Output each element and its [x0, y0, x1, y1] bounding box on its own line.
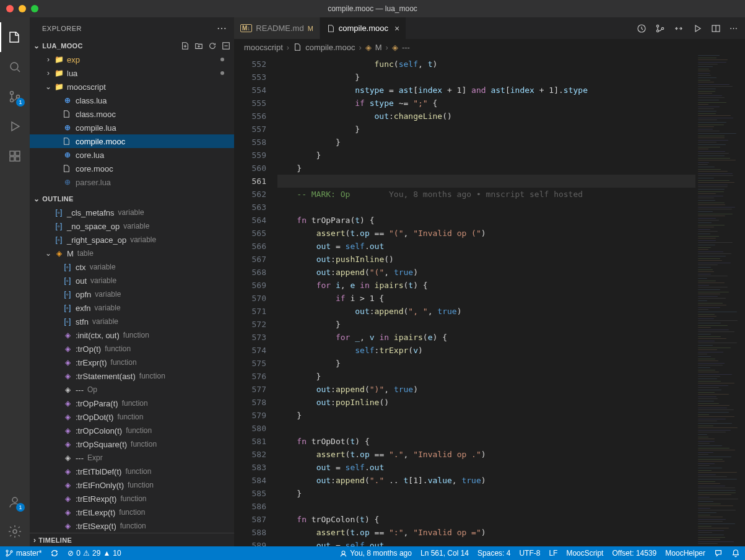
- tab-README-md[interactable]: M↓README.mdM: [234, 17, 320, 39]
- outline-section-header[interactable]: ⌄ OUTLINE: [30, 192, 234, 206]
- outline-item[interactable]: ◈:trOpSquare(t)function: [30, 437, 234, 451]
- outline-item[interactable]: ◈:trStatement(ast)function: [30, 369, 234, 383]
- outline-item[interactable]: [◦]outvariable: [30, 274, 234, 287]
- outline-item[interactable]: [◦]_no_space_opvariable: [30, 219, 234, 233]
- bell-icon[interactable]: [731, 549, 740, 558]
- maximize-window[interactable]: [31, 5, 38, 12]
- explorer-section-header[interactable]: ⌄ LUA_MOOC: [30, 39, 234, 53]
- encoding-status[interactable]: UTF-8: [519, 549, 540, 558]
- outline-item[interactable]: [◦]_cls_metafnsvariable: [30, 206, 234, 219]
- markdown-icon: M↓: [240, 24, 252, 32]
- outline-item[interactable]: ◈:trEtTblDef(t)function: [30, 465, 234, 478]
- offset-status[interactable]: Offset: 14539: [612, 549, 656, 558]
- outline-item[interactable]: ◈:trOpColon(t)function: [30, 424, 234, 437]
- explorer-icon[interactable]: [0, 22, 30, 52]
- window-title: compile.mooc — lua_mooc: [328, 4, 417, 13]
- crumb-folder[interactable]: moocscript: [244, 43, 283, 52]
- settings-icon[interactable]: [0, 517, 30, 546]
- new-file-icon[interactable]: [181, 42, 190, 50]
- namespace-icon: ◈: [392, 43, 398, 52]
- file-icon: [326, 24, 335, 33]
- outline-item[interactable]: ⌄◈Mtable: [30, 247, 234, 260]
- tree-item-compile-lua[interactable]: ⊕compile.lua: [30, 121, 234, 134]
- collapse-icon[interactable]: [222, 42, 230, 50]
- new-folder-icon[interactable]: [194, 42, 203, 50]
- timeline-nav-icon[interactable]: [637, 24, 647, 33]
- eol-status[interactable]: LF: [549, 549, 557, 558]
- outline-item[interactable]: [◦]stfnvariable: [30, 315, 234, 328]
- outline-item[interactable]: ◈:trOp(t)function: [30, 342, 234, 356]
- tab-more-icon[interactable]: ⋯: [730, 24, 738, 33]
- svg-point-1: [11, 92, 14, 95]
- language-status[interactable]: MoocScript: [566, 549, 603, 558]
- run-icon[interactable]: [692, 24, 702, 33]
- outline-item[interactable]: ◈:trOpDot(t)function: [30, 410, 234, 424]
- svg-point-9: [13, 530, 17, 533]
- chevron-down-icon: ⌄: [33, 195, 40, 203]
- tree-item-exp[interactable]: ›📁exp: [30, 53, 234, 66]
- outline-item[interactable]: [◦]opfnvariable: [30, 287, 234, 301]
- scm-badge: 1: [16, 98, 25, 107]
- split-icon[interactable]: [711, 24, 721, 33]
- outline-item[interactable]: [◦]_right_space_opvariable: [30, 233, 234, 247]
- svg-point-13: [656, 30, 658, 32]
- code-content[interactable]: func(self, t) } nstype = ast[index + 1] …: [277, 55, 695, 546]
- outline-item[interactable]: [◦]ctxvariable: [30, 260, 234, 274]
- cursor-status[interactable]: Ln 561, Col 14: [420, 549, 469, 558]
- file-icon: [293, 43, 302, 51]
- crumb-file[interactable]: compile.mooc: [305, 43, 355, 52]
- outline-item[interactable]: ◈:init(ctx, out)function: [30, 328, 234, 342]
- search-icon[interactable]: [0, 52, 30, 82]
- diff-branch-icon[interactable]: [655, 24, 665, 33]
- tree-item-class-lua[interactable]: ⊕class.lua: [30, 94, 234, 107]
- spaces-status[interactable]: Spaces: 4: [477, 549, 510, 558]
- outline-item[interactable]: ◈:trEtSexp(t)function: [30, 519, 234, 533]
- close-window[interactable]: [6, 5, 14, 12]
- crumb-symbol-1[interactable]: M: [375, 43, 382, 52]
- tab-compile-mooc[interactable]: compile.mooc×: [320, 17, 406, 39]
- tree-item-core-mooc[interactable]: core.mooc: [30, 162, 234, 175]
- helper-status[interactable]: MoocHelper: [665, 549, 705, 558]
- feedback-icon[interactable]: [714, 549, 723, 558]
- outline-tree[interactable]: [◦]_cls_metafnsvariable[◦]_no_space_opva…: [30, 206, 234, 533]
- outline-item[interactable]: ◈:trEtRexp(t)function: [30, 492, 234, 505]
- sidebar-header: EXPLORER ⋯: [30, 17, 234, 39]
- svg-point-0: [11, 63, 18, 70]
- timeline-section-header[interactable]: › TIMELINE: [30, 533, 234, 546]
- close-icon[interactable]: ×: [394, 24, 399, 33]
- file-tree[interactable]: ›📁exp›📁lua⌄📁moocscript⊕class.luaclass.mo…: [30, 53, 234, 192]
- crumb-symbol-2[interactable]: ---: [402, 43, 410, 52]
- outline-item[interactable]: ◈:trEtFnOnly(t)function: [30, 478, 234, 492]
- refresh-icon[interactable]: [208, 42, 217, 50]
- outline-item[interactable]: ◈---Op: [30, 383, 234, 396]
- sync-status[interactable]: [50, 549, 59, 558]
- compare-icon[interactable]: [674, 24, 684, 33]
- breadcrumbs[interactable]: moocscript › compile.mooc › ◈ M › ◈ ---: [234, 39, 745, 55]
- tree-item-moocscript[interactable]: ⌄📁moocscript: [30, 80, 234, 94]
- extensions-icon[interactable]: [0, 141, 30, 171]
- outline-item[interactable]: ◈---Expr: [30, 451, 234, 465]
- tree-item-class-mooc[interactable]: class.mooc: [30, 107, 234, 121]
- minimap[interactable]: [695, 55, 745, 546]
- outline-item[interactable]: ◈:trOpPara(t)function: [30, 396, 234, 410]
- svg-rect-7: [15, 151, 20, 155]
- tree-item-parser-lua[interactable]: ⊕parser.lua: [30, 175, 234, 189]
- outline-item[interactable]: ◈:trEtLexp(t)function: [30, 505, 234, 519]
- chevron-right-icon: ›: [33, 536, 36, 545]
- blame-status[interactable]: You, 8 months ago: [339, 549, 412, 558]
- outline-item[interactable]: [◦]exfnvariable: [30, 301, 234, 315]
- minimize-window[interactable]: [19, 5, 26, 12]
- outline-item[interactable]: ◈:trExpr(t)function: [30, 356, 234, 369]
- code-editor[interactable]: 5525535545555565575585595605615625635645…: [234, 55, 695, 546]
- tree-item-lua[interactable]: ›📁lua: [30, 66, 234, 80]
- tab-bar: M↓README.mdMcompile.mooc× ⋯: [234, 17, 745, 39]
- tree-item-core-lua[interactable]: ⊕core.lua: [30, 148, 234, 162]
- sidebar-more-icon[interactable]: ⋯: [217, 22, 227, 34]
- debug-icon[interactable]: [0, 112, 30, 141]
- branch-status[interactable]: master*: [5, 549, 41, 558]
- account-icon[interactable]: 1: [0, 487, 30, 517]
- project-name: LUA_MOOC: [42, 42, 82, 50]
- tree-item-compile-mooc[interactable]: compile.mooc: [30, 134, 234, 148]
- problems-status[interactable]: ⊘0 ⚠29 ▲10: [68, 549, 121, 558]
- source-control-icon[interactable]: 1: [0, 82, 30, 112]
